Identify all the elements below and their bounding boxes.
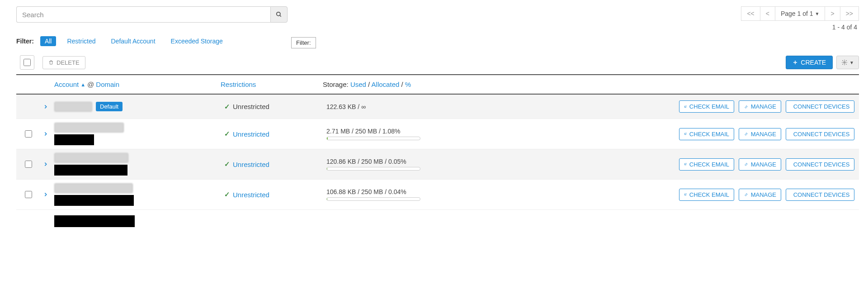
pager-last-button[interactable]: >>: [840, 6, 859, 21]
storage-bar: [326, 197, 420, 201]
restriction-cell[interactable]: ✓ Unrestricted: [224, 190, 326, 199]
storage-text: 120.86 KB / 250 MB / 0.05%: [326, 158, 679, 165]
check-email-button[interactable]: CHECK EMAIL: [679, 189, 734, 201]
check-email-button[interactable]: CHECK EMAIL: [679, 128, 734, 140]
storage-text: 106.88 KB / 250 MB / 0.04%: [326, 188, 679, 195]
svg-point-0: [277, 12, 280, 16]
account-name-redacted: [54, 134, 94, 145]
manage-button[interactable]: MANAGE: [739, 128, 781, 140]
account-name-redacted: [54, 153, 128, 163]
search-button[interactable]: [270, 6, 288, 23]
chevron-right-icon: [43, 104, 48, 109]
account-name-redacted: [54, 123, 124, 133]
check-email-button[interactable]: CHECK EMAIL: [679, 100, 734, 113]
row-checkbox[interactable]: [25, 161, 32, 168]
header-storage-used[interactable]: Used: [350, 81, 366, 88]
check-email-button[interactable]: CHECK EMAIL: [679, 158, 734, 171]
restriction-cell[interactable]: ✓ Unrestricted: [224, 130, 326, 138]
redacted-block: [54, 215, 135, 227]
expand-toggle[interactable]: [37, 162, 54, 167]
chevron-right-icon: [43, 192, 48, 197]
connect-devices-button[interactable]: CONNECT DEVICES: [786, 158, 854, 171]
filter-restricted[interactable]: Restricted: [62, 36, 100, 46]
pager-first-button[interactable]: <<: [741, 6, 760, 21]
account-name-redacted: [54, 165, 127, 176]
manage-button[interactable]: MANAGE: [739, 189, 781, 201]
storage-text: 122.63 KB / ∞: [326, 103, 679, 110]
filter-exceeded-storage[interactable]: Exceeded Storage: [166, 36, 227, 46]
caret-down-icon: ▼: [849, 60, 854, 65]
delete-button[interactable]: DELETE: [42, 56, 85, 69]
header-storage: Storage: Used / Allocated / %: [323, 81, 859, 88]
restriction-cell[interactable]: ✓ Unrestricted: [224, 160, 326, 168]
filter-label: Filter:: [16, 38, 34, 45]
check-icon: ✓: [224, 190, 230, 199]
header-account-sort[interactable]: Account ▲ @ Domain: [54, 81, 221, 88]
expand-toggle[interactable]: [37, 192, 54, 197]
account-name-redacted: [54, 102, 92, 112]
storage-bar: [326, 137, 420, 140]
connect-devices-button[interactable]: CONNECT DEVICES: [786, 100, 854, 113]
check-icon: ✓: [224, 103, 230, 111]
search-icon: [276, 11, 282, 18]
select-all-checkbox[interactable]: [24, 59, 31, 66]
storage-bar: [326, 167, 420, 171]
check-icon: ✓: [224, 160, 230, 168]
check-icon: ✓: [224, 130, 230, 138]
results-count: 1 - 4 of 4: [832, 24, 859, 31]
chevron-right-icon: [43, 131, 48, 137]
svg-point-2: [844, 62, 845, 63]
connect-devices-button[interactable]: CONNECT DEVICES: [786, 128, 854, 140]
account-name-redacted: [54, 195, 134, 206]
table-row: ✓ Unrestricted 106.88 KB / 250 MB / 0.04…: [16, 180, 859, 210]
external-link-icon: [684, 192, 687, 197]
account-name-redacted: [54, 183, 133, 193]
gear-icon: [841, 59, 848, 66]
header-storage-allocated[interactable]: Allocated: [372, 81, 400, 88]
search-input[interactable]: [16, 6, 270, 23]
filter-all[interactable]: All: [40, 36, 57, 46]
svg-line-1: [280, 15, 281, 17]
table-row: ✓ Unrestricted 2.71 MB / 250 MB / 1.08% …: [16, 119, 859, 149]
sort-asc-icon: ▲: [80, 82, 85, 87]
default-badge: Default: [96, 102, 123, 111]
row-checkbox[interactable]: [25, 191, 32, 198]
manage-button[interactable]: MANAGE: [739, 158, 781, 171]
pagination: << < Page 1 of 1▼ > >>: [741, 6, 859, 21]
external-link-icon: [684, 104, 687, 109]
header-storage-percent[interactable]: %: [405, 81, 411, 88]
external-link-icon: [684, 131, 687, 137]
wrench-icon: [744, 104, 748, 109]
external-link-icon: [684, 162, 687, 167]
search-bar: [16, 6, 288, 23]
pager-prev-button[interactable]: <: [760, 6, 775, 21]
filter-row: Filter: All Restricted Default Account E…: [16, 36, 859, 46]
restriction-cell: ✓ Unrestricted: [224, 103, 326, 111]
table-header: Account ▲ @ Domain Restrictions Storage:…: [16, 75, 859, 95]
pager-page-dropdown[interactable]: Page 1 of 1▼: [775, 6, 826, 21]
trash-icon: [48, 60, 54, 65]
table-row: ✓ Unrestricted 120.86 KB / 250 MB / 0.05…: [16, 149, 859, 180]
expand-toggle[interactable]: [37, 104, 54, 109]
header-restrictions[interactable]: Restrictions: [221, 81, 323, 88]
storage-text: 2.71 MB / 250 MB / 1.08%: [326, 128, 679, 135]
plus-icon: [793, 60, 798, 65]
wrench-icon: [744, 131, 748, 137]
settings-dropdown[interactable]: ▼: [836, 56, 859, 69]
wrench-icon: [744, 192, 748, 197]
wrench-icon: [744, 162, 748, 167]
filter-tooltip: Filter:: [291, 37, 316, 48]
expand-toggle[interactable]: [37, 131, 54, 137]
row-checkbox[interactable]: [25, 130, 32, 138]
create-button[interactable]: CREATE: [786, 56, 833, 69]
connect-devices-button[interactable]: CONNECT DEVICES: [786, 189, 854, 201]
table-row: Default ✓ Unrestricted 122.63 KB / ∞ CHE…: [16, 95, 859, 119]
manage-button[interactable]: MANAGE: [739, 100, 781, 113]
pager-next-button[interactable]: >: [825, 6, 840, 21]
select-all-wrap: [20, 55, 34, 70]
filter-default-account[interactable]: Default Account: [106, 36, 160, 46]
chevron-right-icon: [43, 162, 48, 167]
